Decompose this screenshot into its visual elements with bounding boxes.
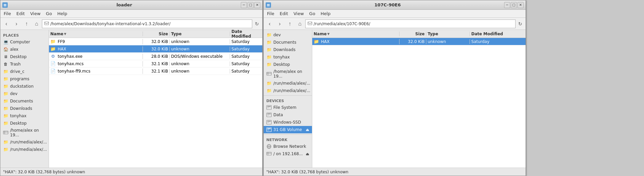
right-restore-button[interactable]: □ <box>511 2 517 8</box>
left-menu-edit[interactable]: Edit <box>14 10 27 17</box>
right-sidebar-dev[interactable]: 📁 dev <box>264 31 312 39</box>
sidebar-documents-label: Documents <box>10 99 33 103</box>
left-file-header: Name ▼ Size Type Date Modified <box>49 30 262 38</box>
right-sidebar-filesystem[interactable]: File System <box>264 104 312 111</box>
left-back-button[interactable]: ‹ <box>2 19 11 29</box>
left-up-button[interactable]: ↑ <box>22 19 31 29</box>
left-sidebar-programs[interactable]: 📁 programs <box>0 75 49 83</box>
right-sidebar-media1[interactable]: 📁 /run/media/alex/... <box>264 80 312 87</box>
left-sidebar-dev[interactable]: 📁 dev <box>0 90 49 97</box>
left-col-name[interactable]: Name ▼ <box>49 32 143 36</box>
left-sidebar-drive-c[interactable]: 📁 drive_c <box>0 68 49 75</box>
right-back-button[interactable]: ‹ <box>265 19 274 29</box>
data-drive-icon <box>266 112 272 118</box>
left-home-button[interactable]: ⌂ <box>32 19 41 29</box>
sidebar-tonyhax-r-label: tonyhax <box>273 55 290 59</box>
filesystem-icon <box>266 105 272 110</box>
left-minimize-button[interactable]: − <box>241 2 247 8</box>
desktop-icon: 🖥 <box>3 54 8 59</box>
right-col-name[interactable]: Name ▼ <box>312 32 399 36</box>
right-refresh-button[interactable]: ↻ <box>516 20 524 28</box>
sidebar-windows-ssd-label: Windows-SSD <box>273 120 301 125</box>
left-menu-file[interactable]: File <box>2 10 13 17</box>
left-sidebar-documents[interactable]: 📁 Documents <box>0 97 49 105</box>
left-close-button[interactable]: ✕ <box>254 2 260 8</box>
right-menu-go[interactable]: Go <box>307 10 317 17</box>
right-up-button[interactable]: ↑ <box>285 19 294 29</box>
file-type-cell: unknown <box>170 39 230 44</box>
left-sidebar-tonyhax[interactable]: 📁 tonyhax <box>0 112 49 120</box>
right-window-title: 107C-90E6 <box>271 2 504 7</box>
right-menu-file[interactable]: File <box>265 10 276 17</box>
table-row[interactable]: 📁 HAX 32.0 KiB unknown Saturday <box>49 45 262 53</box>
drive-c-icon: 📁 <box>3 69 8 74</box>
right-home-button[interactable]: ⌂ <box>295 19 305 29</box>
right-col-size[interactable]: Size <box>399 32 426 36</box>
sidebar-browse-network-label: Browse Network <box>273 144 306 149</box>
right-sidebar-browse-network[interactable]: Browse Network <box>264 143 312 150</box>
right-forward-button[interactable]: › <box>275 19 284 29</box>
sidebar-volume-label: 31 GB Volume <box>273 127 302 132</box>
right-address-bar[interactable]: /run/media/alex/107C-90E6/ <box>305 19 516 28</box>
right-sidebar-downloads[interactable]: 📁 Downloads <box>264 46 312 53</box>
right-sidebar-network-share[interactable]: / on 192.168... ⏏ <box>264 150 312 158</box>
left-sidebar: Places 💻 Computer 🏠 alex 🖥 Desktop 🗑 Tra… <box>0 30 49 168</box>
left-window-title: loader <box>8 2 241 7</box>
left-col-type[interactable]: Type <box>170 32 230 36</box>
left-address-bar[interactable]: /home/alex/Downloads/tonyhax-internation… <box>42 19 252 28</box>
left-sidebar-media1[interactable]: 📁 /run/media/alex/... <box>0 138 49 146</box>
svg-rect-3 <box>4 6 6 6</box>
right-sidebar-media2[interactable]: 📁 /run/media/alex/... <box>264 87 312 94</box>
right-col-date[interactable]: Date Modified <box>470 32 526 36</box>
file-date-cell: Saturday <box>230 39 262 44</box>
left-refresh-button[interactable]: ↻ <box>253 20 261 28</box>
right-menu-help[interactable]: Help <box>319 10 333 17</box>
left-sidebar-duckstation[interactable]: 📁 duckstation <box>0 83 49 90</box>
right-close-button[interactable]: ✕ <box>518 2 524 8</box>
left-sidebar-computer[interactable]: 💻 Computer <box>0 38 49 46</box>
right-sidebar-desktop[interactable]: 📁 Desktop <box>264 61 312 68</box>
right-menu-view[interactable]: View <box>291 10 306 17</box>
left-sidebar-desktop1[interactable]: 🖥 Desktop <box>0 53 49 60</box>
left-menu-view[interactable]: View <box>28 10 43 17</box>
left-menu-help[interactable]: Help <box>55 10 69 17</box>
svg-rect-27 <box>267 130 269 130</box>
left-sidebar-media2[interactable]: 📁 /run/media/alex/... <box>0 146 49 153</box>
right-sidebar-windows-ssd[interactable]: Windows-SSD <box>264 119 312 126</box>
right-sidebar-documents[interactable]: 📁 Documents <box>264 39 312 46</box>
left-menu-go[interactable]: Go <box>44 10 54 17</box>
table-row[interactable]: 📁 HAX 32.0 KiB unknown Saturday <box>312 38 526 45</box>
left-statusbar: "HAX": 32.0 KiB (32,768 bytes) unknown <box>0 168 262 176</box>
left-col-size[interactable]: Size <box>143 32 170 36</box>
table-row[interactable]: ⚙ tonyhax.exe 28.0 KiB DOS/Windows execu… <box>49 53 262 60</box>
left-content: Places 💻 Computer 🏠 alex 🖥 Desktop 🗑 Tra… <box>0 30 262 168</box>
right-menu-edit[interactable]: Edit <box>278 10 290 17</box>
right-sidebar-volume[interactable]: 31 GB Volume ⏏ <box>264 126 312 133</box>
right-minimize-button[interactable]: − <box>504 2 510 8</box>
left-sidebar-network1[interactable]: /home/alex on 19... <box>0 127 49 138</box>
network-eject-icon[interactable]: ⏏ <box>306 152 309 156</box>
right-sidebar-data[interactable]: Data <box>264 111 312 119</box>
left-sidebar-downloads[interactable]: 📁 Downloads <box>0 105 49 112</box>
downloads-icon-r: 📁 <box>266 47 272 52</box>
file-icon: 📄 <box>50 69 56 74</box>
file-date-cell: Saturday <box>470 39 526 44</box>
table-row[interactable]: 📄 tonyhax-ff9.mcs 32.1 KiB unknown Satur… <box>49 68 262 75</box>
table-row[interactable]: 📁 FF9 32.0 KiB unknown Saturday <box>49 38 262 45</box>
network-home-icon <box>266 71 272 77</box>
right-col-type[interactable]: Type <box>426 32 470 36</box>
right-sidebar: 📁 dev 📁 Documents 📁 Downloads 📁 tonyhax … <box>264 30 312 168</box>
left-forward-button[interactable]: › <box>12 19 21 29</box>
sidebar-network1-label: /home/alex on 19... <box>10 128 46 137</box>
right-sidebar-network-home[interactable]: /home/alex on 19... <box>264 68 312 80</box>
left-sidebar-trash[interactable]: 🗑 Trash <box>0 60 49 68</box>
right-sidebar-tonyhax[interactable]: 📁 tonyhax <box>264 53 312 61</box>
eject-icon[interactable]: ⏏ <box>306 128 309 132</box>
left-sidebar-desktop2[interactable]: 📁 Desktop <box>0 120 49 127</box>
file-icon: 📄 <box>50 61 56 67</box>
left-restore-button[interactable]: □ <box>248 2 254 8</box>
file-type-cell: DOS/Windows executable <box>170 54 230 59</box>
left-sidebar-alex[interactable]: 🏠 alex <box>0 46 49 53</box>
left-col-date[interactable]: Date Modified <box>230 30 262 39</box>
table-row[interactable]: 📄 tonyhax.mcs 32.1 KiB unknown Saturday <box>49 60 262 68</box>
